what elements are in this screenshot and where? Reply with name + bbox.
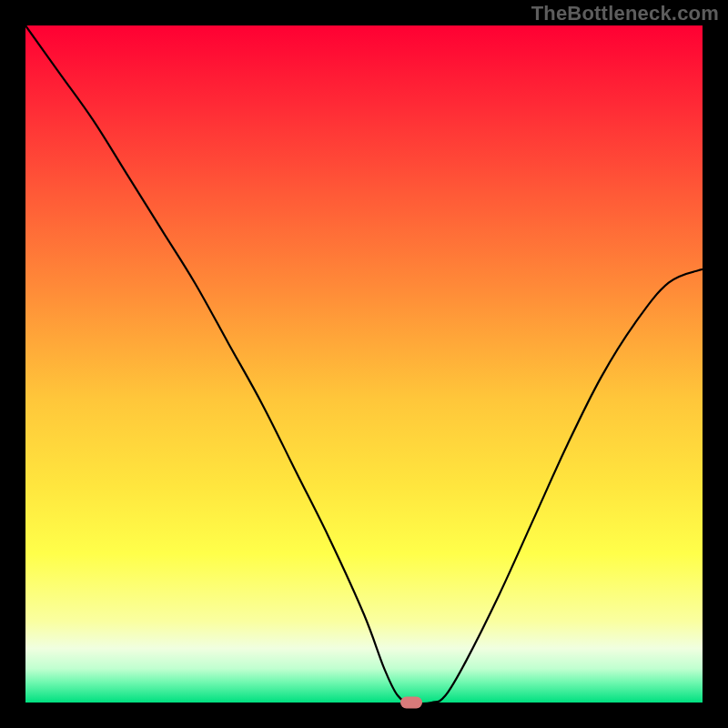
chart-plot-area	[25, 25, 703, 703]
chart-curve-layer	[25, 25, 703, 703]
watermark-text: TheBottleneck.com	[531, 2, 719, 25]
bottleneck-curve	[25, 25, 703, 703]
optimum-marker	[400, 697, 422, 709]
